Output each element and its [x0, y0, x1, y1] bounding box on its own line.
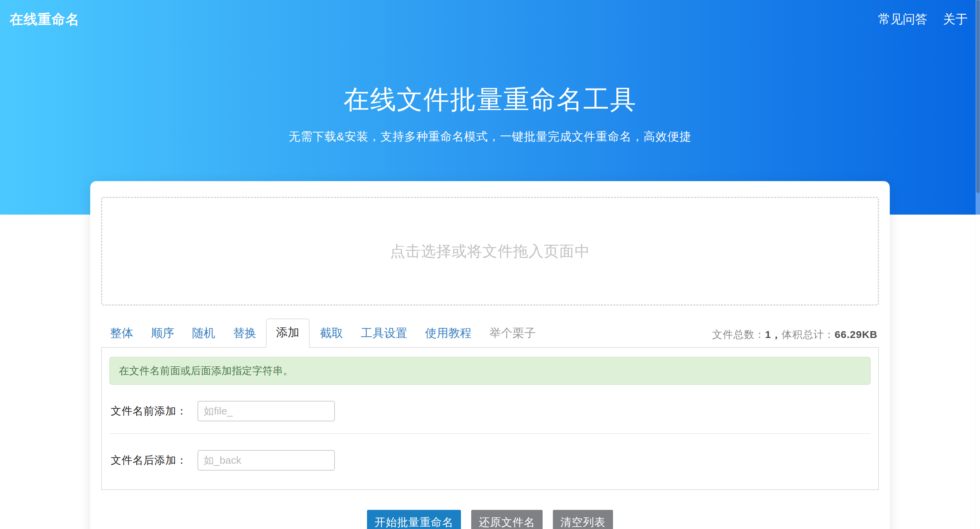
scrollbar-track[interactable] — [975, 0, 980, 529]
file-count-value: 1， — [765, 329, 782, 340]
tab-whole[interactable]: 整体 — [110, 319, 133, 347]
info-alert: 在文件名前面或后面添加指定字符串。 — [109, 357, 871, 385]
site-logo[interactable]: 在线重命名 — [10, 10, 80, 29]
suffix-input[interactable] — [197, 450, 335, 470]
file-stats: 文件总数：1，体积总计：66.29KB — [712, 328, 878, 342]
scrollbar-thumb[interactable] — [976, 0, 980, 193]
page-subtitle: 无需下载&安装，支持多种重命名模式，一键批量完成文件重命名，高效便捷 — [0, 129, 980, 143]
suffix-label: 文件名后添加： — [111, 453, 187, 467]
tab-add[interactable]: 添加 — [266, 319, 310, 348]
nav-link-faq[interactable]: 常见问答 — [878, 11, 928, 28]
file-count-label: 文件总数： — [712, 329, 765, 340]
prefix-input[interactable] — [197, 401, 335, 421]
tab-example[interactable]: 举个栗子 — [489, 319, 536, 347]
tab-random[interactable]: 随机 — [192, 319, 215, 347]
main-card: 点击选择或将文件拖入页面中 整体 顺序 随机 替换 添加 截取 工具设置 使用教… — [90, 181, 890, 529]
prefix-label: 文件名前添加： — [111, 404, 187, 418]
dropzone-hint: 点击选择或将文件拖入页面中 — [390, 241, 590, 261]
restore-names-button[interactable]: 还原文件名 — [471, 510, 542, 529]
tab-tool-settings[interactable]: 工具设置 — [361, 319, 407, 347]
top-navbar: 在线重命名 常见问答 关于 — [0, 0, 980, 38]
row-divider — [109, 433, 871, 434]
start-rename-button[interactable]: 开始批量重命名 — [367, 510, 461, 529]
page: 在线重命名 常见问答 关于 在线文件批量重命名工具 无需下载&安装，支持多种重命… — [0, 0, 980, 529]
tab-extract[interactable]: 截取 — [320, 319, 343, 347]
tab-tutorial[interactable]: 使用教程 — [425, 319, 471, 347]
nav-links: 常见问答 关于 — [878, 11, 968, 28]
file-size-label: 体积总计： — [782, 329, 835, 340]
tabs-bar: 整体 顺序 随机 替换 添加 截取 工具设置 使用教程 举个栗子 文件总数：1，… — [101, 319, 879, 348]
form-row-prefix: 文件名前添加： — [111, 400, 871, 422]
action-buttons: 开始批量重命名 还原文件名 清空列表 — [90, 510, 890, 529]
file-dropzone[interactable]: 点击选择或将文件拖入页面中 — [101, 197, 879, 306]
file-size-value: 66.29KB — [835, 329, 878, 340]
tab-sequence[interactable]: 顺序 — [151, 319, 174, 347]
tab-panel-add: 在文件名前面或后面添加指定字符串。 文件名前添加： 文件名后添加： — [101, 348, 879, 490]
clear-list-button[interactable]: 清空列表 — [553, 510, 613, 529]
nav-link-about[interactable]: 关于 — [943, 11, 968, 28]
form-row-suffix: 文件名后添加： — [111, 450, 871, 471]
tab-replace[interactable]: 替换 — [233, 319, 256, 347]
page-title: 在线文件批量重命名工具 — [0, 85, 980, 114]
